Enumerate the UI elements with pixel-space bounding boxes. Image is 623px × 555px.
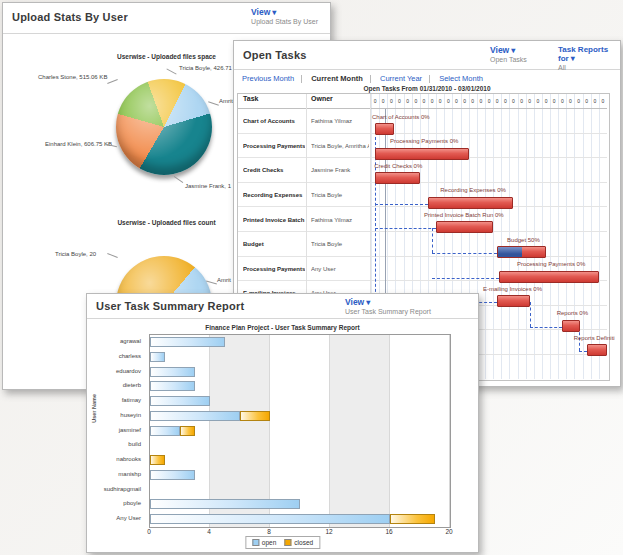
- day-tick: 0: [452, 95, 460, 107]
- nav-current-month[interactable]: Current Month: [304, 74, 370, 83]
- gantt-bar: [497, 295, 530, 307]
- task-cell[interactable]: Processing Payments: [243, 257, 305, 282]
- bar-open: [150, 411, 240, 421]
- bar-chart-plot-area: [149, 334, 451, 528]
- gantt-dependency-line: [432, 228, 433, 253]
- gantt-dependency-line: [432, 253, 497, 254]
- day-tick: 0: [444, 95, 452, 107]
- chevron-down-icon: [364, 297, 370, 307]
- pie2-label-amrit: Amrit: [217, 277, 231, 283]
- legend-swatch-closed: [284, 539, 291, 546]
- leader-line: [208, 101, 219, 105]
- task-cell[interactable]: Processing Payments: [243, 134, 305, 159]
- chevron-down-icon: [569, 54, 575, 63]
- bar-closed: [150, 455, 165, 465]
- column-header-task: Task: [243, 95, 258, 102]
- task-cell[interactable]: Chart of Accounts: [243, 109, 305, 134]
- bar-open: [150, 499, 300, 509]
- gantt-bar: [375, 148, 469, 160]
- open-tasks-header: Open Tasks View Open Tasks Task Reports …: [234, 41, 620, 70]
- day-tick: 0: [395, 95, 403, 107]
- gantt-bar-label: Reports 0%: [557, 310, 588, 316]
- bar-open: [150, 337, 225, 347]
- day-tick: 0: [477, 95, 485, 107]
- view-sub-label: Open Tasks: [490, 56, 527, 63]
- day-tick: 0: [509, 95, 517, 107]
- legend-item-closed: closed: [284, 539, 313, 546]
- task-reports-label[interactable]: Task Reports for: [558, 45, 608, 63]
- view-dropdown-upload-stats[interactable]: View Upload Stats By User: [251, 7, 318, 25]
- gantt-bar: [562, 320, 580, 332]
- owner-cell: Fathima Yilmaz: [311, 207, 369, 232]
- day-tick: 0: [526, 95, 534, 107]
- day-tick: 0: [412, 95, 420, 107]
- gantt-bar-progress: [498, 247, 521, 257]
- x-axis-ticks: 048121620: [87, 528, 478, 536]
- bar-category-label: eduardov: [87, 364, 141, 379]
- gantt-bar-label: E-mailing Invoices 0%: [483, 286, 542, 292]
- nav-select-month[interactable]: Select Month: [432, 74, 490, 83]
- day-tick: 0: [493, 95, 501, 107]
- day-tick: 0: [558, 95, 566, 107]
- upload-stats-title: Upload Stats By User: [12, 11, 128, 23]
- bar-category-label: sudhirapgmail: [87, 482, 141, 497]
- day-tick: 0: [371, 95, 379, 107]
- task-cell[interactable]: Credit Checks: [243, 158, 305, 183]
- gantt-bar: [587, 344, 607, 356]
- day-tick: 0: [379, 95, 387, 107]
- gantt-dependency-line: [375, 228, 436, 229]
- x-tick-label: 16: [381, 528, 397, 535]
- view-dropdown-task-summary[interactable]: View User Task Summary Report: [345, 297, 431, 315]
- bar-category-label: charless: [87, 349, 141, 364]
- pie2-label-tricia: Tricia Boyle, 20: [55, 251, 96, 257]
- day-tick: 0: [583, 95, 591, 107]
- day-tick: 0: [542, 95, 550, 107]
- owner-cell: Fathima Yilmaz: [311, 109, 369, 134]
- nav-current-year[interactable]: Current Year: [373, 74, 429, 83]
- day-tick: 0: [566, 95, 574, 107]
- gantt-bar-label: Processing Payments 0%: [390, 138, 458, 144]
- owner-cell: Tricia Boyle, Amritha Agraw: [311, 134, 369, 159]
- legend-label-open: open: [262, 539, 276, 546]
- bar-closed: [390, 514, 435, 524]
- owner-cell: Jasmine Frank: [311, 158, 369, 183]
- bar-category-label: jasminef: [87, 423, 141, 438]
- day-tick: 0: [469, 95, 477, 107]
- gantt-bar-label: Credit Checks 0%: [374, 163, 422, 169]
- gantt-bar-label: Recording Expenses 0%: [440, 187, 506, 193]
- day-tick: 0: [534, 95, 542, 107]
- bar-open: [150, 426, 180, 436]
- bar-category-label: fatimay: [87, 393, 141, 408]
- day-tick: 0: [550, 95, 558, 107]
- view-label[interactable]: View: [345, 297, 364, 307]
- period-nav: Previous Month Current Month Current Yea…: [242, 74, 490, 83]
- task-cell[interactable]: Recording Expenses: [243, 183, 305, 208]
- gantt-bar-label: Budget 50%: [507, 237, 540, 243]
- gantt-dependency-line: [530, 327, 563, 328]
- bar-open: [150, 470, 195, 480]
- x-tick-label: 20: [441, 528, 457, 535]
- gantt-day-axis: 00000000000000000000000000000: [371, 95, 607, 107]
- gantt-bar: [499, 271, 599, 283]
- chevron-down-icon: [509, 45, 515, 55]
- task-reports-sub: All: [558, 64, 620, 71]
- open-tasks-title: Open Tasks: [243, 49, 307, 61]
- bar-open: [150, 396, 210, 406]
- x-tick-label: 0: [141, 528, 157, 535]
- view-dropdown-open-tasks[interactable]: View Open Tasks: [490, 45, 527, 63]
- view-label[interactable]: View: [251, 7, 270, 17]
- day-tick: 0: [591, 95, 599, 107]
- nav-previous-month[interactable]: Previous Month: [242, 74, 301, 83]
- owner-cell: Tricia Boyle: [311, 232, 369, 257]
- bar-category-label: huseyin: [87, 408, 141, 423]
- task-cell[interactable]: Budget: [243, 232, 305, 257]
- user-task-summary-window: User Task Summary Report View User Task …: [86, 293, 479, 553]
- view-label[interactable]: View: [490, 45, 509, 55]
- y-axis-labels: agrawalcharlesseduardovdieterbfatimayhus…: [87, 334, 145, 526]
- task-reports-dropdown[interactable]: Task Reports for All: [558, 45, 620, 71]
- task-cell[interactable]: Printed Invoice Batch Run: [243, 207, 305, 232]
- day-tick: 0: [387, 95, 395, 107]
- gantt-dependency-line: [375, 204, 428, 205]
- day-tick: 0: [420, 95, 428, 107]
- day-tick: 0: [599, 95, 607, 107]
